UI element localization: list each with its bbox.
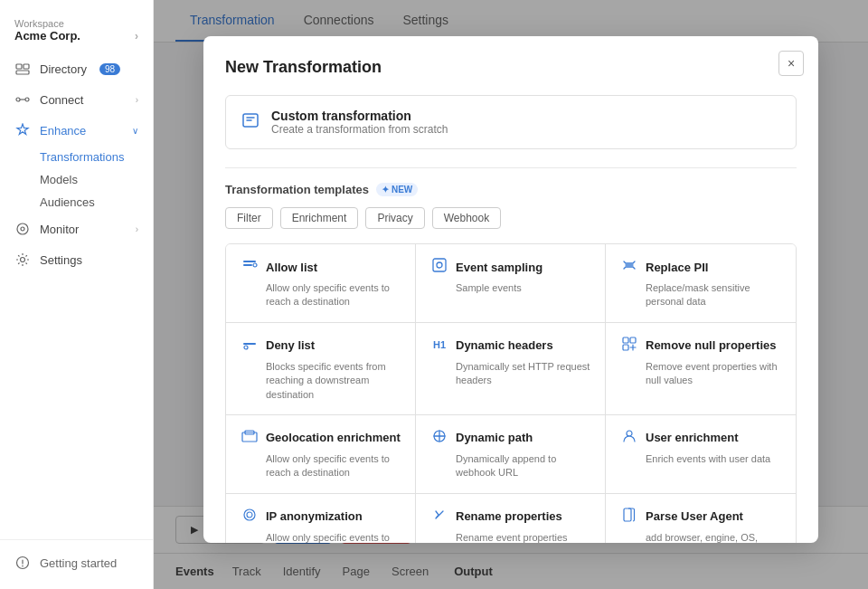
template-desc: Remove event properties with null values xyxy=(620,360,781,388)
svg-point-3 xyxy=(16,98,20,101)
template-header: H1 Dynamic headers xyxy=(430,336,590,356)
sidebar-item-enhance[interactable]: Enhance ∨ xyxy=(0,115,153,146)
template-title: Dynamic path xyxy=(456,431,533,444)
svg-rect-21 xyxy=(623,337,628,343)
custom-transformation-card[interactable]: Custom transformation Create a transform… xyxy=(225,95,797,149)
template-card-user-enrichment[interactable]: User enrichment Enrich events with user … xyxy=(606,415,796,494)
template-card-replace-pii[interactable]: Replace PII Replace/mask sensitive perso… xyxy=(606,244,796,323)
svg-rect-14 xyxy=(243,264,252,266)
template-card-event-sampling[interactable]: Event sampling Sample events xyxy=(416,244,606,323)
filter-btn-privacy[interactable]: Privacy xyxy=(365,207,424,229)
sidebar-sub-transformations[interactable]: Transformations xyxy=(40,146,153,168)
svg-point-19 xyxy=(244,346,248,349)
filter-btn-filter[interactable]: Filter xyxy=(225,207,273,229)
svg-point-8 xyxy=(21,258,25,262)
svg-rect-0 xyxy=(16,64,22,69)
filter-btn-enrichment[interactable]: Enrichment xyxy=(280,207,359,229)
filter-btn-webhook[interactable]: Webhook xyxy=(432,207,501,229)
svg-rect-23 xyxy=(623,345,628,350)
template-icon xyxy=(430,507,448,527)
template-icon xyxy=(620,507,638,527)
template-card-allow-list[interactable]: Allow list Allow only specific events to… xyxy=(226,244,416,323)
filter-row: Filter Enrichment Privacy Webhook xyxy=(225,207,797,229)
svg-rect-22 xyxy=(630,337,636,343)
template-desc: Blocks specific events from reaching a d… xyxy=(241,360,401,402)
template-card-dynamic-headers[interactable]: H1 Dynamic headers Dynamically set HTTP … xyxy=(416,323,606,415)
template-desc: Dynamically append to webhook URL xyxy=(430,452,590,480)
custom-card-desc: Create a transformation from scratch xyxy=(271,123,448,136)
sidebar-sub-audiences[interactable]: Audiences xyxy=(40,191,153,214)
template-header: Rename properties xyxy=(430,507,590,527)
enhance-arrow: ∨ xyxy=(132,126,138,136)
sidebar-sub-models[interactable]: Models xyxy=(40,168,153,191)
template-card-remove-null-properties[interactable]: Remove null properties Remove event prop… xyxy=(606,323,796,415)
modal-title: New Transformation xyxy=(225,58,797,77)
main-content: Transformation Connections Settings ▶ Ru… xyxy=(154,0,868,589)
template-title: Rename properties xyxy=(456,509,562,523)
template-title: User enrichment xyxy=(646,431,739,444)
template-card-dynamic-path[interactable]: Dynamic path Dynamically append to webho… xyxy=(416,415,606,494)
svg-rect-18 xyxy=(243,343,256,345)
template-card-rename-properties[interactable]: Rename properties Rename event propertie… xyxy=(416,494,606,543)
enhance-submenu: Transformations Models Audiences xyxy=(0,146,153,214)
template-header: Dynamic path xyxy=(430,428,590,448)
connect-icon xyxy=(14,91,31,108)
template-card-geolocation-enrichment[interactable]: Geolocation enrichment Allow only specif… xyxy=(226,415,416,494)
template-header: Event sampling xyxy=(430,257,590,277)
settings-label: Settings xyxy=(40,253,82,267)
template-grid: Allow list Allow only specific events to… xyxy=(225,243,797,543)
sparkle-icon: ✦ xyxy=(382,185,389,195)
modal-overlay: New Transformation × Custom transformati… xyxy=(154,0,868,589)
svg-point-27 xyxy=(627,431,632,436)
modal-close-button[interactable]: × xyxy=(778,51,804,76)
svg-point-7 xyxy=(21,227,24,231)
templates-section-title: Transformation templates ✦ NEW xyxy=(225,183,797,196)
template-title: Allow list xyxy=(266,261,317,274)
directory-icon xyxy=(14,61,31,77)
template-card-ip-anonymization[interactable]: IP anonymization Allow only specific eve… xyxy=(226,494,416,543)
template-desc: add browser, engine, OS, device and CPU … xyxy=(620,531,781,543)
template-desc: Allow only specific events to reach a de… xyxy=(241,452,401,480)
custom-card-title: Custom transformation xyxy=(271,109,448,123)
new-transformation-modal: New Transformation × Custom transformati… xyxy=(203,36,818,543)
template-header: Deny list xyxy=(241,336,401,356)
template-title: Dynamic headers xyxy=(456,338,553,352)
monitor-icon xyxy=(14,221,31,237)
template-title: Replace PII xyxy=(646,261,708,274)
template-title: IP anonymization xyxy=(266,509,363,523)
new-badge: ✦ NEW xyxy=(376,183,418,196)
sidebar-bottom: Getting started xyxy=(0,539,153,578)
svg-rect-16 xyxy=(433,259,446,271)
template-header: Allow list xyxy=(241,257,401,277)
sidebar-item-connect[interactable]: Connect › xyxy=(0,84,153,115)
template-desc: Enrich events with user data xyxy=(620,452,781,466)
getting-started-label: Getting started xyxy=(40,556,117,570)
workspace-label: Workspace xyxy=(14,18,138,29)
template-icon xyxy=(620,428,638,448)
connect-label: Connect xyxy=(40,93,83,107)
template-header: User enrichment xyxy=(620,428,781,448)
template-header: Replace PII xyxy=(620,257,781,277)
sidebar-item-monitor[interactable]: Monitor › xyxy=(0,214,153,244)
template-icon xyxy=(620,257,638,277)
getting-started-item[interactable]: Getting started xyxy=(0,547,153,578)
template-icon: H1 xyxy=(430,336,448,356)
custom-transformation-icon xyxy=(241,110,260,135)
template-desc: Replace/mask sensitive personal data xyxy=(620,281,781,309)
template-icon xyxy=(241,507,259,527)
sidebar-item-settings[interactable]: Settings xyxy=(0,244,153,275)
svg-rect-1 xyxy=(16,71,29,74)
template-desc: Allow only specific events to reach a de… xyxy=(241,531,401,543)
template-title: Parse User Agent xyxy=(646,509,743,523)
template-title: Event sampling xyxy=(456,261,542,274)
template-header: Remove null properties xyxy=(620,336,781,356)
monitor-label: Monitor xyxy=(40,223,79,236)
svg-point-15 xyxy=(253,263,257,267)
template-icon xyxy=(241,428,259,448)
workspace-name: Acme Corp. › xyxy=(14,29,138,43)
enhance-icon xyxy=(14,122,31,138)
template-card-deny-list[interactable]: Deny list Blocks specific events from re… xyxy=(226,323,416,415)
template-card-parse-user-agent[interactable]: Parse User Agent add browser, engine, OS… xyxy=(606,494,796,543)
sidebar-item-directory[interactable]: Directory 98 xyxy=(0,53,153,84)
template-icon xyxy=(430,257,448,277)
